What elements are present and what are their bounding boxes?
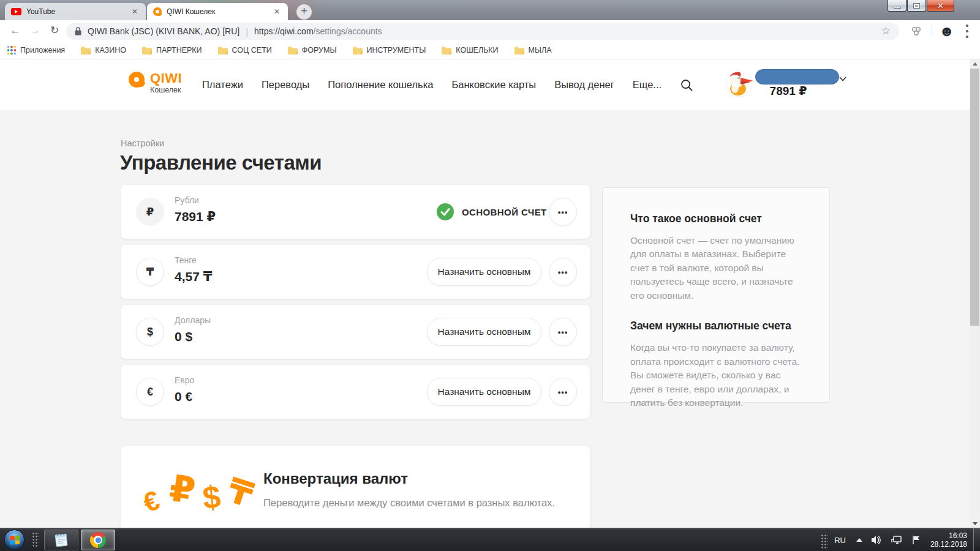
folder-icon (218, 47, 228, 54)
info-text: Основной счет — счет по умолчанию для оп… (630, 234, 802, 302)
forward-button[interactable]: → (27, 23, 43, 39)
close-tab-icon[interactable]: ✕ (130, 7, 140, 17)
nav-top-up[interactable]: Пополнение кошелька (328, 79, 433, 91)
nav-transfers[interactable]: Переводы (262, 79, 309, 91)
close-tab-icon[interactable]: ✕ (272, 7, 282, 17)
bookmark-folder[interactable]: ФОРУМЫ (288, 46, 337, 54)
tab-qiwi[interactable]: QIWI Кошелек ✕ (147, 3, 288, 20)
browser-profile-avatar[interactable]: ☻ (939, 23, 954, 39)
account-more-button[interactable]: ••• (549, 258, 577, 286)
taskbar-clock[interactable]: 16:03 28.12.2018 (930, 531, 967, 549)
ruble-symbol: ₽ (167, 466, 198, 512)
hidden-icons-button[interactable] (856, 538, 862, 542)
network-button[interactable] (891, 535, 903, 545)
check-circle-icon (437, 203, 454, 220)
account-more-button[interactable]: ••• (549, 318, 577, 346)
bookmark-star-icon[interactable]: ☆ (881, 24, 891, 37)
maximize-button[interactable] (907, 0, 926, 12)
qiwi-logo-icon (129, 72, 145, 88)
euro-symbol: € (140, 484, 164, 518)
account-row-usd: $ Доллары 0 $ Назначить основным ••• (121, 305, 590, 359)
apps-grid-icon (7, 46, 16, 54)
browser-menu-button[interactable]: ••• (962, 23, 973, 39)
page-viewport: QIWI Кошелек Платежи Переводы Пополнение… (0, 59, 980, 528)
account-row-rub: ₽ Рубли 7891 ₽ ОСНОВНОЙ СЧЕТ ••• (121, 185, 590, 239)
minimize-icon (894, 7, 901, 9)
flag-icon (911, 535, 921, 545)
nav-withdraw[interactable]: Вывод денег (554, 79, 614, 91)
security-label: QIWI Bank (JSC) (KIVI BANK, AO) [RU] (88, 26, 239, 36)
start-button[interactable] (4, 530, 24, 550)
breadcrumb[interactable]: Настройки (121, 138, 164, 148)
account-name: Доллары (175, 315, 211, 325)
triangle-up-icon (973, 62, 978, 66)
back-button[interactable]: ← (7, 23, 23, 39)
nav-payments[interactable]: Платежи (202, 79, 243, 91)
new-tab-button[interactable]: + (296, 4, 312, 20)
language-indicator[interactable]: RU (834, 536, 846, 545)
user-menu[interactable]: 7891 ₽ (714, 66, 854, 105)
triangle-down-icon (973, 522, 978, 525)
scrollbar-thumb[interactable] (970, 69, 979, 326)
page-scrollbar[interactable] (970, 59, 980, 528)
primary-account-badge: ОСНОВНОЙ СЧЕТ (437, 203, 547, 220)
minimize-button[interactable] (888, 0, 907, 12)
folder-icon (442, 47, 451, 54)
url-host: https://qiwi.com (254, 26, 313, 36)
taskbar-chrome-button[interactable] (81, 530, 115, 550)
scroll-up-arrow[interactable] (970, 59, 980, 68)
nav-bank-cards[interactable]: Банковские карты (451, 79, 536, 91)
action-center-button[interactable] (911, 535, 921, 545)
network-icon (891, 535, 903, 545)
bookmark-folder[interactable]: СОЦ СЕТИ (218, 46, 272, 54)
account-row-kzt: ₸ Тенге 4,57 ₸ Назначить основным ••• (121, 245, 590, 299)
bookmark-label: СОЦ СЕТИ (232, 46, 272, 54)
ruble-currency-icon: ₽ (136, 198, 164, 226)
primary-account-label: ОСНОВНОЙ СЧЕТ (462, 207, 547, 217)
url-path: /settings/accounts (314, 26, 382, 36)
triangle-up-icon (856, 538, 862, 542)
system-tray: RU 16:03 28.12.2018 (821, 528, 980, 551)
qiwi-logo[interactable]: QIWI Кошелек (129, 71, 182, 94)
tray-separator-dots (821, 534, 828, 550)
info-heading: Зачем нужны валютные счета (630, 320, 802, 332)
logo-title: QIWI (150, 71, 182, 86)
set-primary-button[interactable]: Назначить основным (427, 258, 541, 286)
show-desktop-button[interactable] (973, 528, 980, 551)
bookmark-folder[interactable]: КОШЕЛЬКИ (442, 46, 498, 54)
close-window-button[interactable]: ✕ (927, 0, 954, 12)
scroll-down-arrow[interactable] (970, 519, 980, 528)
browser-toolbar: ← → ↻ QIWI Bank (JSC) (KIVI BANK, AO) [R… (0, 20, 980, 42)
reload-button[interactable]: ↻ (47, 23, 62, 39)
tenge-symbol: ₸ (223, 470, 258, 515)
bookmark-folder[interactable]: КАЗИНО (81, 46, 126, 54)
nav-more[interactable]: Еще... (633, 79, 662, 91)
bookmark-label: КОШЕЛЬКИ (456, 46, 498, 54)
account-more-button[interactable]: ••• (549, 198, 577, 226)
account-more-button[interactable]: ••• (549, 378, 577, 406)
chrome-icon (90, 532, 106, 548)
volume-button[interactable] (871, 535, 882, 545)
bookmark-folder[interactable]: ПАРТНЕРКИ (142, 46, 202, 54)
youtube-favicon-icon (11, 8, 21, 15)
bookmark-folder[interactable]: МЫЛА (514, 46, 552, 54)
set-primary-button[interactable]: Назначить основным (427, 318, 541, 346)
address-bar[interactable]: QIWI Bank (JSC) (KIVI BANK, AO) [RU] | h… (66, 23, 899, 40)
tab-youtube[interactable]: YouTube ✕ (5, 3, 146, 20)
search-button[interactable] (680, 78, 693, 92)
bookmark-folder[interactable]: ИНСТРУМЕНТЫ (353, 46, 426, 54)
folder-icon (514, 47, 524, 54)
folder-icon (81, 47, 91, 54)
censored-username (755, 69, 839, 84)
notepad-icon (53, 532, 69, 548)
folder-icon (353, 47, 363, 54)
taskbar-notepad-button[interactable] (44, 530, 78, 550)
currency-conversion-card: € ₽ $ ₸ Конвертация валют Переводите ден… (121, 446, 590, 528)
bookmark-label: ИНСТРУМЕНТЫ (367, 46, 426, 54)
extension-icon[interactable] (910, 25, 922, 37)
apps-shortcut[interactable]: Приложения (7, 46, 65, 54)
set-primary-button[interactable]: Назначить основным (427, 378, 541, 406)
tenge-currency-icon: ₸ (136, 258, 164, 286)
account-row-eur: € Евро 0 € Назначить основным ••• (121, 365, 590, 419)
dollar-currency-icon: $ (136, 318, 164, 346)
